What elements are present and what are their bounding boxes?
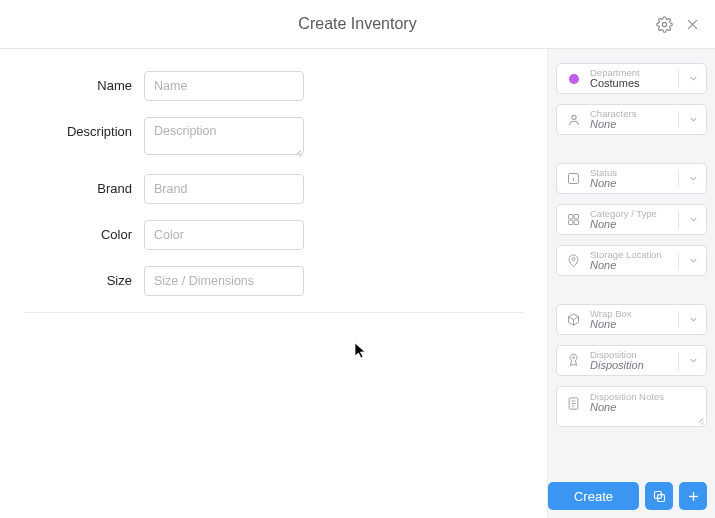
footer-actions: Create: [548, 482, 707, 510]
chip-label: Characters: [590, 109, 671, 119]
sidebar: Department Costumes: [547, 49, 715, 518]
chip-value: None: [590, 260, 671, 272]
description-input[interactable]: [144, 117, 304, 155]
settings-button[interactable]: [655, 15, 673, 33]
storage-location-selector[interactable]: Storage Location None: [556, 245, 707, 276]
chip-label: Department: [590, 68, 671, 78]
chevron-down-icon: [686, 114, 700, 125]
category-selector[interactable]: Category / Type None: [556, 204, 707, 235]
brand-input[interactable]: [144, 174, 304, 204]
page-title: Create Inventory: [298, 15, 416, 33]
department-selector[interactable]: Department Costumes: [556, 63, 707, 94]
chevron-down-icon: [686, 173, 700, 184]
resize-handle-icon[interactable]: [294, 148, 302, 156]
chip-value: Disposition: [590, 360, 671, 372]
chevron-down-icon: [686, 255, 700, 266]
form-row-color: Color: [24, 220, 523, 250]
create-inventory-dialog: Create Inventory Name De: [0, 0, 715, 518]
status-selector[interactable]: Status None: [556, 163, 707, 194]
tag-icon: [564, 351, 583, 370]
svg-rect-8: [574, 215, 578, 219]
description-wrap: [144, 117, 304, 158]
side-group-3: Wrap Box None Dis: [556, 304, 707, 427]
chevron-down-icon: [686, 355, 700, 366]
chevron-down-icon: [686, 214, 700, 225]
side-group-2: Status None: [556, 163, 707, 276]
svg-point-3: [571, 115, 575, 119]
create-button[interactable]: Create: [548, 482, 639, 510]
chip-value: None: [590, 402, 700, 414]
disposition-selector[interactable]: Disposition Disposition: [556, 345, 707, 376]
form-row-size: Size: [24, 266, 523, 296]
characters-selector[interactable]: Characters None: [556, 104, 707, 135]
disposition-notes-input[interactable]: Disposition Notes None: [556, 386, 707, 427]
form-row-brand: Brand: [24, 174, 523, 204]
chip-label: Category / Type: [590, 209, 671, 219]
duplicate-button[interactable]: [645, 482, 673, 510]
svg-point-13: [573, 357, 575, 359]
label-description: Description: [24, 117, 132, 139]
chevron-down-icon: [686, 73, 700, 84]
notes-icon: [564, 394, 583, 413]
chip-label: Disposition Notes: [590, 392, 700, 402]
close-icon: [685, 17, 700, 32]
main-divider: [24, 312, 523, 313]
chip-label: Storage Location: [590, 250, 671, 260]
svg-rect-7: [569, 215, 573, 219]
chip-value: None: [590, 319, 671, 331]
chip-value: None: [590, 219, 671, 231]
form-column: Name Description Brand Color Size: [0, 49, 547, 518]
chip-label: Status: [590, 168, 671, 178]
chevron-down-icon: [686, 314, 700, 325]
color-input[interactable]: [144, 220, 304, 250]
svg-rect-10: [574, 220, 578, 224]
plus-icon: [686, 489, 701, 504]
chip-separator: [678, 352, 679, 370]
label-size: Size: [24, 266, 132, 288]
color-dot-icon: [564, 69, 583, 88]
chip-separator: [678, 70, 679, 88]
resize-handle-icon[interactable]: [696, 416, 704, 424]
side-group-1: Department Costumes: [556, 63, 707, 135]
svg-point-0: [662, 22, 666, 26]
content-area: Name Description Brand Color Size: [0, 49, 715, 518]
label-name: Name: [24, 71, 132, 93]
form-row-name: Name: [24, 71, 523, 101]
svg-rect-9: [569, 220, 573, 224]
copy-icon: [652, 489, 667, 504]
svg-point-11: [572, 258, 575, 261]
chip-separator: [678, 170, 679, 188]
label-color: Color: [24, 220, 132, 242]
box-icon: [564, 310, 583, 329]
location-icon: [564, 251, 583, 270]
grid-icon: [564, 210, 583, 229]
chip-separator: [678, 211, 679, 229]
add-button[interactable]: [679, 482, 707, 510]
chip-separator: [678, 311, 679, 329]
label-brand: Brand: [24, 174, 132, 196]
chip-label: Wrap Box: [590, 309, 671, 319]
chip-value: None: [590, 119, 671, 131]
chip-separator: [678, 111, 679, 129]
person-icon: [564, 110, 583, 129]
chip-value: None: [590, 178, 671, 190]
size-input[interactable]: [144, 266, 304, 296]
titlebar: Create Inventory: [0, 0, 715, 49]
info-icon: [564, 169, 583, 188]
titlebar-actions: [655, 0, 701, 48]
close-button[interactable]: [683, 15, 701, 33]
chip-separator: [678, 252, 679, 270]
chip-label: Disposition: [590, 350, 671, 360]
gear-icon: [656, 16, 673, 33]
wrap-box-selector[interactable]: Wrap Box None: [556, 304, 707, 335]
form-row-description: Description: [24, 117, 523, 158]
chip-value: Costumes: [590, 78, 671, 90]
name-input[interactable]: [144, 71, 304, 101]
